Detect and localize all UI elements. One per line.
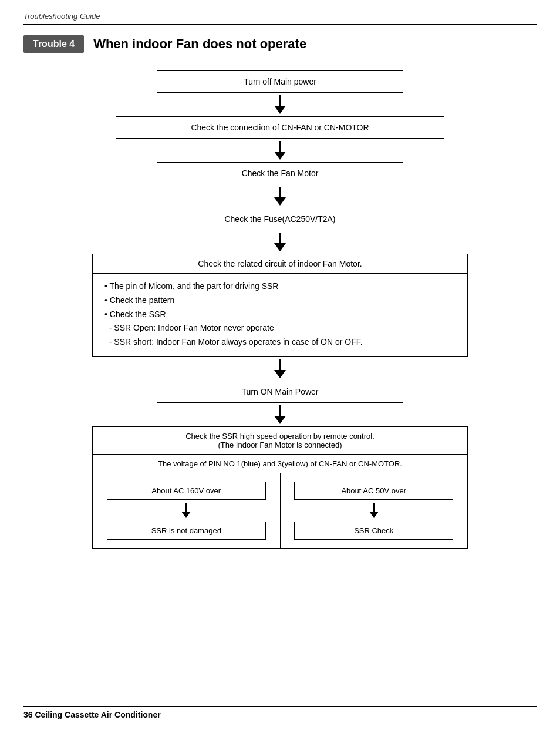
col-right-label-box: About AC 50V over: [294, 482, 453, 500]
big-box-line-2: • Check the pattern: [104, 294, 456, 308]
big-box-line-1: • The pin of Micom, and the part for dri…: [104, 280, 456, 294]
bottom-col-left: About AC 160V over SSR is not damaged: [93, 473, 281, 548]
bottom-col-right: About AC 50V over SSR Check: [281, 473, 468, 548]
col-left-arrow: [181, 503, 191, 518]
big-box-body: • The pin of Micom, and the part for dri…: [93, 274, 467, 356]
arrow-stem: [279, 405, 281, 416]
bottom-top-text: Check the SSR high speed operation by re…: [93, 427, 467, 455]
col-left-label-box: About AC 160V over: [107, 482, 266, 500]
big-box-line-4: - SSR Open: Indoor Fan Motor never opera…: [104, 321, 456, 335]
col-arrow-stem: [373, 503, 375, 512]
arrow-stem: [279, 359, 281, 370]
box-check-connection: Check the connection of CN-FAN or CN-MOT…: [116, 116, 444, 139]
arrow-head: [274, 416, 286, 424]
footer-text: 36 Ceiling Cassette Air Conditioner: [23, 710, 161, 719]
arrow-1: [274, 95, 286, 114]
flowchart: Turn off Main power Check the connection…: [23, 70, 537, 549]
bottom-section: Check the SSR high speed operation by re…: [92, 426, 468, 549]
box-turn-on-power: Turn ON Main Power: [157, 381, 403, 403]
arrow-3: [274, 187, 286, 206]
bottom-voltage-text: The voltage of PIN NO 1(blue) and 3(yell…: [93, 455, 467, 473]
arrow-4: [274, 233, 286, 251]
arrow-head: [274, 106, 286, 114]
bottom-cols: About AC 160V over SSR is not damaged Ab…: [93, 473, 467, 548]
arrow-6: [274, 405, 286, 424]
arrow-stem: [279, 95, 281, 106]
big-box-header: Check the related circuit of indoor Fan …: [93, 254, 467, 274]
trouble-badge: Trouble 4: [23, 35, 84, 53]
col-right-arrow: [369, 503, 379, 518]
arrow-stem: [279, 233, 281, 243]
col-arrow-head: [369, 512, 379, 518]
col-arrow-head: [181, 512, 191, 518]
top-label: Troubleshooting Guide: [23, 12, 537, 21]
col-right-result-box: SSR Check: [294, 522, 453, 540]
arrow-stem: [279, 141, 281, 152]
arrow-head: [274, 370, 286, 378]
arrow-head: [274, 152, 286, 160]
arrow-2: [274, 141, 286, 160]
top-rule: [23, 24, 537, 25]
arrow-stem: [279, 187, 281, 197]
col-arrow-stem: [185, 503, 187, 512]
arrow-head: [274, 197, 286, 206]
arrow-5: [274, 359, 286, 378]
box-check-fuse: Check the Fuse(AC250V/T2A): [157, 208, 403, 230]
big-box-circuit: Check the related circuit of indoor Fan …: [92, 254, 468, 357]
page: Troubleshooting Guide Trouble 4 When ind…: [0, 0, 560, 730]
col-left-result-box: SSR is not damaged: [107, 522, 266, 540]
box-turn-off-power: Turn off Main power: [157, 70, 403, 93]
box-check-fan-motor: Check the Fan Motor: [157, 162, 403, 184]
big-box-line-3: • Check the SSR: [104, 308, 456, 322]
trouble-header: Trouble 4 When indoor Fan does not opera…: [23, 35, 537, 53]
trouble-title: When indoor Fan does not operate: [93, 36, 306, 52]
big-box-line-5: - SSR short: Indoor Fan Motor always ope…: [104, 335, 456, 349]
footer: 36 Ceiling Cassette Air Conditioner: [23, 706, 537, 719]
arrow-head: [274, 243, 286, 251]
